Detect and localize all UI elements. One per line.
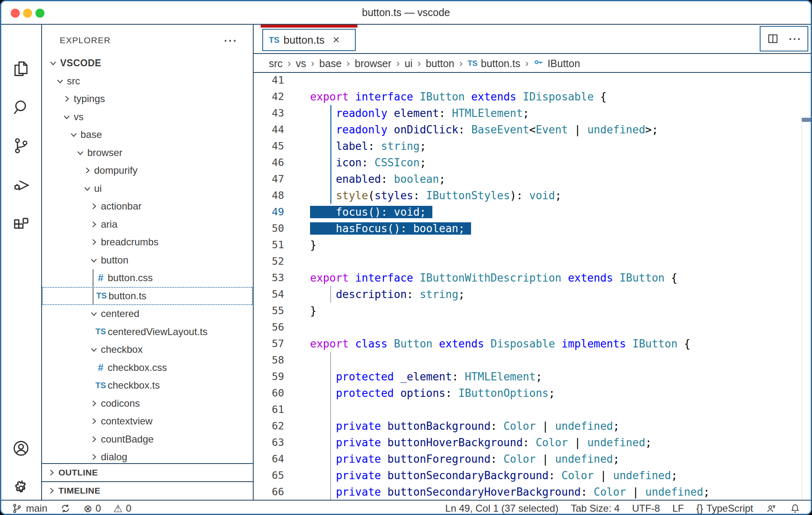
status-item-bell[interactable] bbox=[789, 503, 801, 514]
line-number[interactable]: 45 bbox=[254, 138, 284, 154]
tree-item-actionbar[interactable]: actionbar bbox=[42, 197, 253, 215]
line-number[interactable]: 53 bbox=[254, 270, 284, 286]
code-line-61[interactable]: 61 bbox=[254, 401, 812, 418]
code-line-46[interactable]: 46 icon: CSSIcon; bbox=[254, 154, 812, 171]
code-line-54[interactable]: 54 description: string; bbox=[254, 286, 812, 303]
line-number[interactable]: 43 bbox=[254, 105, 284, 121]
code-line-64[interactable]: 64 private buttonForeground: Color | und… bbox=[254, 451, 812, 467]
code-line-49[interactable]: 49 focus(): void; bbox=[254, 204, 812, 220]
tree-item-browser[interactable]: browser bbox=[42, 144, 253, 162]
line-number[interactable]: 58 bbox=[254, 352, 284, 368]
tree-item-button-ts[interactable]: TSbutton.ts bbox=[42, 287, 253, 305]
tree-item-contextview[interactable]: contextview bbox=[42, 412, 253, 430]
tree-item-countBadge[interactable]: countBadge bbox=[42, 430, 253, 448]
source-control-icon[interactable] bbox=[12, 136, 30, 155]
tree-item-typings[interactable]: typings bbox=[42, 90, 253, 108]
tree-item-breadcrumbs[interactable]: breadcrumbs bbox=[42, 233, 253, 251]
tree-item-aria[interactable]: aria bbox=[42, 215, 253, 233]
tree-item-base[interactable]: base bbox=[42, 126, 253, 144]
line-number[interactable]: 65 bbox=[254, 467, 284, 484]
status-item-warning-glyph[interactable]: ⚠0 bbox=[113, 503, 131, 515]
code-editor[interactable]: 4142export interface IButton extends IDi… bbox=[254, 74, 812, 500]
code-line-52[interactable]: 52 bbox=[254, 253, 812, 270]
breadcrumb-item-button-ts[interactable]: TSbutton.ts bbox=[467, 58, 520, 70]
code-line-59[interactable]: 59 protected _element: HTMLElement; bbox=[254, 368, 812, 385]
code-line-65[interactable]: 65 private buttonSecondaryBackground: Co… bbox=[254, 467, 812, 484]
tree-item-checkbox[interactable]: checkbox bbox=[42, 340, 253, 359]
status-item-utf-8[interactable]: UTF-8 bbox=[632, 503, 660, 514]
explorer-icon[interactable] bbox=[12, 59, 30, 78]
code-line-58[interactable]: 58 bbox=[254, 352, 812, 368]
line-number[interactable]: 50 bbox=[254, 220, 284, 237]
tree-item-VSCODE[interactable]: VSCODE bbox=[42, 54, 253, 72]
close-tab-icon[interactable]: × bbox=[333, 33, 339, 47]
tree-item-checkbox-ts[interactable]: TScheckbox.ts bbox=[42, 376, 253, 394]
outline-section-header[interactable]: OUTLINE bbox=[42, 463, 253, 481]
status-item-typescript[interactable]: {}TypeScript bbox=[696, 503, 753, 515]
line-number[interactable]: 61 bbox=[254, 401, 284, 418]
line-number[interactable]: 48 bbox=[254, 187, 284, 204]
tree-item-ui[interactable]: ui bbox=[42, 179, 253, 198]
breadcrumb-item-base[interactable]: base bbox=[319, 58, 341, 70]
line-number[interactable]: 51 bbox=[254, 237, 284, 253]
code-line-60[interactable]: 60 protected options: IButtonOptions; bbox=[254, 385, 812, 401]
code-line-56[interactable]: 56 bbox=[254, 319, 812, 336]
code-line-62[interactable]: 62 private buttonBackground: Color | und… bbox=[254, 418, 812, 434]
breadcrumb-item-browser[interactable]: browser bbox=[355, 58, 392, 70]
tree-item-button-css[interactable]: #button.css bbox=[42, 269, 253, 287]
settings-gear-icon[interactable] bbox=[12, 479, 30, 498]
breadcrumb-item-IButton[interactable]: IButton bbox=[534, 57, 580, 70]
line-number[interactable]: 63 bbox=[254, 434, 284, 451]
code-line-50[interactable]: 50 hasFocus(): boolean; bbox=[254, 220, 812, 237]
line-number[interactable]: 54 bbox=[254, 286, 284, 303]
extensions-icon[interactable] bbox=[12, 216, 30, 235]
line-number[interactable]: 66 bbox=[254, 484, 284, 500]
code-line-66[interactable]: 66 private buttonSecondaryHoverBackgroun… bbox=[254, 484, 812, 500]
status-item-feedback[interactable] bbox=[765, 503, 777, 514]
breadcrumb-item-src[interactable]: src bbox=[269, 58, 282, 70]
tree-item-dompurify[interactable]: dompurify bbox=[42, 161, 253, 179]
status-item-lf[interactable]: LF bbox=[672, 503, 684, 514]
breadcrumb-item-button[interactable]: button bbox=[426, 58, 455, 70]
code-line-45[interactable]: 45 label: string; bbox=[254, 138, 812, 154]
line-number[interactable]: 56 bbox=[254, 319, 284, 336]
code-line-42[interactable]: 42export interface IButton extends IDisp… bbox=[254, 89, 812, 105]
code-line-53[interactable]: 53export interface IButtonWithDescriptio… bbox=[254, 270, 812, 286]
account-icon[interactable] bbox=[12, 439, 30, 458]
run-and-debug-icon[interactable] bbox=[12, 176, 30, 195]
code-line-55[interactable]: 55} bbox=[254, 303, 812, 319]
tree-item-checkbox-css[interactable]: #checkbox.css bbox=[42, 359, 253, 377]
tree-item-centered[interactable]: centered bbox=[42, 305, 253, 323]
code-line-41[interactable]: 41 bbox=[254, 74, 812, 89]
line-number[interactable]: 62 bbox=[254, 418, 284, 434]
status-item-git-branch[interactable]: main bbox=[11, 503, 47, 514]
code-line-44[interactable]: 44 readonly onDidClick: BaseEvent<Event … bbox=[254, 121, 812, 138]
line-number[interactable]: 41 bbox=[254, 74, 284, 89]
status-item-ln-49-col-1-37-selected-[interactable]: Ln 49, Col 1 (37 selected) bbox=[445, 503, 558, 514]
line-number[interactable]: 59 bbox=[254, 368, 284, 385]
breadcrumb-item-ui[interactable]: ui bbox=[404, 58, 412, 70]
status-item-sync[interactable] bbox=[60, 503, 71, 514]
status-item-error-glyph[interactable]: ⊗0 bbox=[84, 503, 101, 515]
tree-item-vs[interactable]: vs bbox=[42, 108, 253, 126]
timeline-section-header[interactable]: TIMELINE bbox=[42, 481, 253, 499]
tree-item-src[interactable]: src bbox=[42, 72, 253, 90]
breadcrumb-item-vs[interactable]: vs bbox=[296, 58, 306, 70]
code-line-43[interactable]: 43 readonly element: HTMLElement; bbox=[254, 105, 812, 121]
tree-item-dialog[interactable]: dialog bbox=[42, 448, 253, 463]
line-number[interactable]: 47 bbox=[254, 171, 284, 187]
search-icon[interactable] bbox=[12, 98, 30, 117]
line-number[interactable]: 42 bbox=[254, 89, 284, 105]
line-number[interactable]: 64 bbox=[254, 451, 284, 467]
line-number[interactable]: 60 bbox=[254, 385, 284, 401]
tree-item-centeredViewLayout-ts[interactable]: TScenteredViewLayout.ts bbox=[42, 323, 253, 341]
tree-item-codicons[interactable]: codicons bbox=[42, 394, 253, 412]
tree-item-button[interactable]: button bbox=[42, 251, 253, 269]
code-line-48[interactable]: 48 style(styles: IButtonStyles): void; bbox=[254, 187, 812, 204]
code-line-51[interactable]: 51} bbox=[254, 237, 812, 253]
line-number[interactable]: 44 bbox=[254, 121, 284, 138]
line-number[interactable]: 49 bbox=[254, 204, 284, 220]
split-editor-icon[interactable] bbox=[767, 33, 779, 45]
tab-button-ts[interactable]: TS button.ts × bbox=[261, 25, 357, 54]
status-item-tab-size-4[interactable]: Tab Size: 4 bbox=[571, 503, 620, 514]
